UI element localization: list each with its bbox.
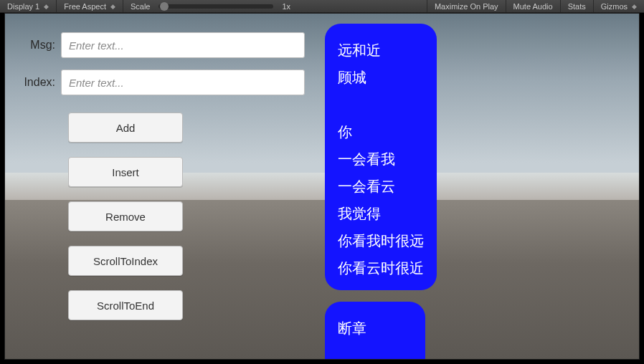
message-line: 顾城 xyxy=(338,64,424,91)
dropdown-caret-icon: ◆ xyxy=(110,3,115,10)
index-input[interactable] xyxy=(61,70,305,95)
display-label: Display 1 xyxy=(7,2,39,11)
remove-button[interactable]: Remove xyxy=(68,201,183,231)
scale-slider-knob[interactable] xyxy=(160,2,169,11)
message-line: 我觉得 xyxy=(338,200,424,227)
message-line: 一会看我 xyxy=(338,145,424,173)
display-dropdown[interactable]: Display 1 ◆ xyxy=(0,0,57,12)
game-toolbar: Display 1 ◆ Free Aspect ◆ Scale 1x Maxim… xyxy=(0,0,644,13)
scroll-to-end-button[interactable]: ScrollToEnd xyxy=(68,290,183,320)
index-label: Index: xyxy=(18,76,61,89)
message-list[interactable]: 远和近 顾城 你 一会看我 一会看云 我觉得 你看我时很远 你看云时很近 断章 xyxy=(325,24,490,359)
dropdown-caret-icon: ◆ xyxy=(632,3,637,10)
message-line: 你看云时很近 xyxy=(338,254,424,282)
scale-label: Scale xyxy=(131,2,151,11)
add-button[interactable]: Add xyxy=(68,112,183,143)
maximize-on-play-toggle[interactable]: Maximize On Play xyxy=(427,0,506,12)
message-line: 远和近 xyxy=(338,37,424,64)
msg-input[interactable] xyxy=(61,32,305,58)
message-bubble: 断章 xyxy=(325,302,425,359)
msg-label: Msg: xyxy=(18,39,61,52)
dropdown-caret-icon: ◆ xyxy=(44,3,49,10)
scroll-to-index-button[interactable]: ScrollToIndex xyxy=(68,246,183,276)
aspect-dropdown[interactable]: Free Aspect ◆ xyxy=(57,0,123,12)
insert-button[interactable]: Insert xyxy=(68,157,183,187)
scale-value: 1x xyxy=(282,2,290,11)
scale-control: Scale 1x xyxy=(123,0,298,12)
game-view: Msg: Index: Add Insert Remove ScrollToIn… xyxy=(4,13,640,360)
message-line: 一会看云 xyxy=(338,173,424,200)
message-line: 断章 xyxy=(338,315,412,342)
stats-toggle[interactable]: Stats xyxy=(560,0,593,12)
message-line: 你 xyxy=(338,118,424,145)
message-bubble: 远和近 顾城 你 一会看我 一会看云 我觉得 你看我时很远 你看云时很近 xyxy=(325,24,437,290)
message-line: 你看我时很远 xyxy=(338,227,424,254)
gizmos-dropdown[interactable]: Gizmos ◆ xyxy=(593,0,644,12)
controls-panel: Msg: Index: Add Insert Remove ScrollToIn… xyxy=(18,32,305,320)
aspect-label: Free Aspect xyxy=(64,2,106,11)
scale-slider[interactable] xyxy=(158,4,273,9)
message-blank-line xyxy=(338,91,424,118)
mute-audio-toggle[interactable]: Mute Audio xyxy=(506,0,560,12)
